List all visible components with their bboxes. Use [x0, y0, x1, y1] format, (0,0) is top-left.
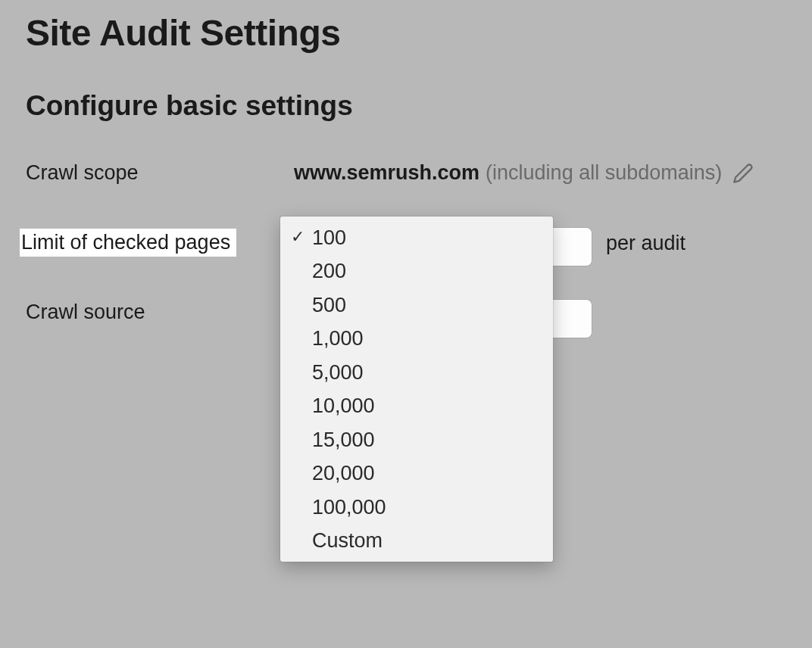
- limit-option-custom[interactable]: Custom: [280, 524, 553, 557]
- limit-option-10000[interactable]: 10,000: [280, 389, 553, 422]
- section-title: Configure basic settings: [26, 90, 786, 122]
- limit-option-label: 5,000: [312, 361, 364, 384]
- limit-option-15000[interactable]: 15,000: [280, 423, 553, 456]
- limit-option-label: 200: [312, 260, 346, 282]
- crawl-scope-suffix: (including all subdomains): [486, 161, 722, 185]
- limit-dropdown-menu: ✓ 100 200 500 1,000 5,000 10,000 15,000 …: [280, 217, 553, 562]
- limit-option-500[interactable]: 500: [280, 288, 553, 322]
- limit-option-label: 20,000: [312, 462, 375, 484]
- limit-label: Limit of checked pages: [20, 229, 236, 257]
- crawl-scope-value: www.semrush.com (including all subdomain…: [294, 161, 754, 185]
- page-title: Site Audit Settings: [26, 12, 786, 54]
- limit-option-100000[interactable]: 100,000: [280, 491, 553, 524]
- limit-option-20000[interactable]: 20,000: [280, 456, 553, 490]
- limit-option-label: 100: [312, 226, 346, 249]
- crawl-source-label: Crawl source: [26, 301, 294, 324]
- limit-option-label: 10,000: [312, 394, 375, 417]
- limit-option-1000[interactable]: 1,000: [280, 322, 553, 355]
- limit-suffix: per audit: [606, 232, 686, 255]
- limit-option-200[interactable]: 200: [280, 254, 553, 288]
- limit-option-5000[interactable]: 5,000: [280, 356, 553, 389]
- limit-option-label: 1,000: [312, 327, 364, 350]
- limit-option-label: Custom: [312, 529, 383, 552]
- crawl-scope-label: Crawl scope: [26, 161, 294, 185]
- limit-option-label: 15,000: [312, 428, 375, 451]
- crawl-scope-domain: www.semrush.com: [294, 161, 479, 185]
- edit-icon[interactable]: [732, 163, 754, 184]
- crawl-scope-row: Crawl scope www.semrush.com (including a…: [26, 161, 786, 185]
- limit-option-label: 100,000: [312, 496, 386, 519]
- limit-option-100[interactable]: ✓ 100: [280, 221, 553, 254]
- limit-option-label: 500: [312, 294, 346, 316]
- checkmark-icon: ✓: [291, 226, 304, 248]
